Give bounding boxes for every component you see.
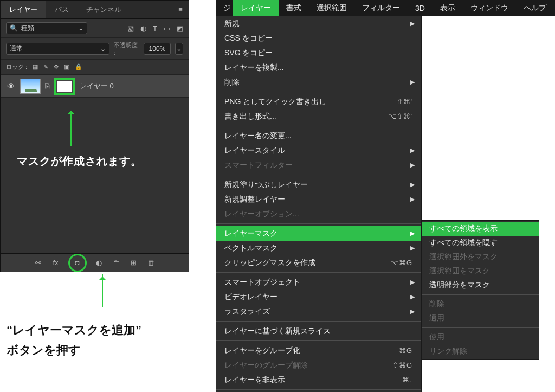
menu-hide-layer[interactable]: レイヤーを非表示⌘,	[216, 372, 421, 387]
add-mask-button[interactable]: ◘	[68, 254, 87, 272]
layer-menu-dropdown: 新規▶ CSS をコピー SVG をコピー レイヤーを複製... 削除▶ PNG…	[216, 16, 422, 392]
lock-move-icon[interactable]: ✥	[54, 63, 59, 70]
panel-tabs: レイヤー パス チャンネル ≡	[1, 1, 189, 19]
shortcut: ⌘G	[399, 346, 412, 355]
layer-name[interactable]: レイヤー 0	[80, 81, 114, 91]
lock-brush-icon[interactable]: ✎	[43, 63, 48, 70]
menu-rename[interactable]: レイヤー名の変更...	[216, 128, 421, 143]
menu-layer-style[interactable]: レイヤースタイル▶	[216, 143, 421, 158]
menu-type[interactable]: 書式	[279, 0, 309, 16]
shortcut: ⌘,	[402, 376, 412, 384]
submenu-reveal-selection: 選択範囲外をマスク	[422, 250, 539, 264]
opacity-input[interactable]: 100%	[144, 43, 170, 55]
filter-row: 🔍 種類 ⌄ ▧ ◐ T ▭ ◩	[1, 19, 189, 38]
annotation-arrow	[70, 113, 72, 146]
submenu-arrow-icon: ▶	[410, 79, 415, 86]
submenu-arrow-icon: ▶	[410, 245, 415, 252]
menu-vector-mask[interactable]: ベクトルマスク▶	[216, 241, 421, 255]
lock-transparency-icon[interactable]: ▦	[33, 63, 38, 70]
menu-video-layer[interactable]: ビデオレイヤー▶	[216, 290, 421, 304]
submenu-arrow-icon: ▶	[410, 20, 415, 27]
shortcut: ⌥⌘G	[390, 259, 412, 267]
menu-new-adjustment[interactable]: 新規調整レイヤー▶	[216, 192, 421, 207]
opacity-stepper[interactable]: ⌄	[175, 43, 183, 55]
submenu-from-transparency[interactable]: 透明部分をマスク	[422, 278, 539, 292]
tab-paths[interactable]: パス	[46, 1, 78, 18]
lock-icons: ▦ ✎ ✥ ▣ 🔒	[33, 63, 82, 70]
menu-delete[interactable]: 削除▶	[216, 75, 421, 89]
menu-group[interactable]: レイヤーをグループ化⌘G	[216, 343, 421, 358]
submenu-delete: 削除	[422, 297, 539, 311]
submenu-arrow-icon: ▶	[410, 293, 415, 300]
panel-menu-icon[interactable]: ≡	[172, 1, 189, 18]
menu-new-fill[interactable]: 新規塗りつぶしレイヤー▶	[216, 177, 421, 192]
filter-label: 種類	[21, 24, 34, 33]
menu-ungroup: レイヤーのグループ解除⇧⌘G	[216, 358, 421, 372]
menu-smart-object[interactable]: スマートオブジェクト▶	[216, 275, 421, 290]
menu-quick-png[interactable]: PNG としてクイック書き出し⇧⌘'	[216, 94, 421, 109]
submenu-reveal-all[interactable]: すべての領域を表示	[422, 222, 539, 236]
menu-export-as[interactable]: 書き出し形式...⌥⇧⌘'	[216, 109, 421, 124]
search-icon: 🔍	[10, 24, 18, 32]
submenu-unlink: リンク解除	[422, 344, 539, 358]
add-mask-icon: ◘	[73, 259, 82, 267]
lock-all-icon[interactable]: 🔒	[75, 63, 82, 70]
folder-icon[interactable]: 🗀	[112, 259, 121, 267]
menu-window[interactable]: ウィンドウ	[463, 0, 516, 16]
layer-mask-thumbnail[interactable]	[54, 78, 75, 95]
menu-view[interactable]: 表示	[433, 0, 463, 16]
submenu-hide-selection: 選択範囲をマスク	[422, 264, 539, 278]
lock-artboard-icon[interactable]: ▣	[64, 63, 69, 70]
blend-mode-select[interactable]: 通常 ⌄	[6, 43, 109, 55]
menu-filter[interactable]: フィルター	[354, 0, 408, 16]
submenu-hide-all[interactable]: すべての領域を隠す	[422, 236, 539, 250]
menu-clipping-mask[interactable]: クリッピングマスクを作成⌥⌘G	[216, 255, 421, 270]
menu-new-slice[interactable]: レイヤーに基づく新規スライス	[216, 324, 421, 338]
menu-smart-filter: スマートフィルター▶	[216, 158, 421, 172]
layer-row[interactable]: 👁 ⎘ レイヤー 0	[1, 75, 189, 98]
blend-mode-value: 通常	[10, 44, 23, 53]
menu-3d[interactable]: 3D	[408, 0, 433, 16]
submenu-arrow-icon: ▶	[410, 181, 415, 188]
shortcut: ⇧⌘'	[397, 98, 412, 106]
filter-type-icon[interactable]: T	[153, 24, 157, 33]
layers-panel: レイヤー パス チャンネル ≡ 🔍 種類 ⌄ ▧ ◐ T ▭ ◩ 通常 ⌄	[0, 0, 189, 272]
submenu-enable: 使用	[422, 330, 539, 344]
filter-adjust-icon[interactable]: ◐	[140, 24, 146, 33]
layer-thumbnail[interactable]	[20, 79, 41, 94]
menu-duplicate[interactable]: レイヤーを複製...	[216, 60, 421, 75]
menu-layer[interactable]: レイヤー	[233, 0, 279, 16]
layer-mask-submenu: すべての領域を表示 すべての領域を隠す 選択範囲外をマスク 選択範囲をマスク 透…	[421, 220, 539, 360]
layers-bottom-toolbar: ⚯ fx ◘ ◐ 🗀 ⊞ 🗑	[1, 253, 189, 272]
lock-label: ロック :	[6, 63, 27, 71]
submenu-arrow-icon: ▶	[410, 279, 415, 286]
menu-new[interactable]: 新規▶	[216, 16, 421, 31]
new-layer-icon[interactable]: ⊞	[129, 259, 139, 267]
link-layers-icon[interactable]: ⚯	[34, 259, 43, 267]
submenu-arrow-icon: ▶	[410, 230, 415, 237]
submenu-apply: 適用	[422, 311, 539, 325]
tab-channels[interactable]: チャンネル	[78, 1, 130, 18]
tab-layers[interactable]: レイヤー	[1, 1, 46, 18]
layer-filter-select[interactable]: 🔍 種類 ⌄	[6, 22, 87, 34]
menu-rasterize[interactable]: ラスタライズ▶	[216, 304, 421, 319]
menu-stub: ジ	[216, 0, 233, 16]
filter-shape-icon[interactable]: ▭	[164, 24, 170, 33]
adjustment-icon[interactable]: ◐	[94, 259, 104, 267]
menu-layer-options: レイヤーオプション...	[216, 207, 421, 221]
fx-icon[interactable]: fx	[51, 259, 61, 267]
mask-link-icon[interactable]: ⎘	[45, 82, 49, 91]
menu-copy-svg[interactable]: SVG をコピー	[216, 46, 421, 60]
submenu-arrow-icon: ▶	[410, 162, 415, 169]
visibility-icon[interactable]: 👁	[6, 82, 16, 91]
filter-pixel-icon[interactable]: ▧	[127, 24, 134, 33]
trash-icon[interactable]: 🗑	[146, 259, 156, 267]
menu-layer-mask[interactable]: レイヤーマスク▶	[216, 226, 421, 241]
menu-copy-css[interactable]: CSS をコピー	[216, 31, 421, 46]
menu-help[interactable]: ヘルプ	[516, 0, 554, 16]
menu-select[interactable]: 選択範囲	[309, 0, 354, 16]
filter-smart-icon[interactable]: ◩	[177, 24, 183, 33]
submenu-arrow-icon: ▶	[410, 147, 415, 154]
annotation-arrow-2	[102, 274, 103, 307]
shortcut: ⌥⇧⌘'	[388, 112, 412, 120]
